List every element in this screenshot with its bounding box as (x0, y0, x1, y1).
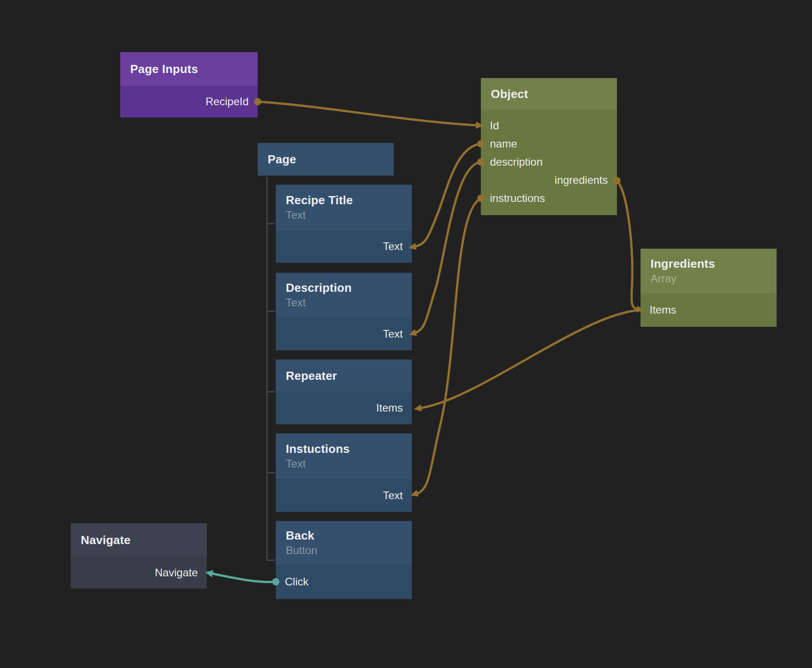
port-row-items[interactable]: Items (276, 392, 412, 424)
node-header: Object (481, 78, 617, 109)
node-graph-canvas[interactable]: Page Inputs RecipeId Page Recipe Title T… (0, 0, 812, 668)
node-repeater[interactable]: Repeater Items (276, 359, 412, 424)
port-row-items[interactable]: Items (641, 293, 777, 327)
node-title: Page Inputs (130, 62, 248, 76)
node-subtitle: Text (286, 209, 402, 221)
port-row-recipeid[interactable]: RecipeId (120, 86, 258, 118)
node-subtitle: Text (286, 457, 402, 470)
port-label: Items (650, 304, 676, 316)
port-row-click[interactable]: Click (276, 564, 412, 599)
node-title: Description (286, 281, 402, 295)
node-page-inputs[interactable]: Page Inputs RecipeId (120, 52, 258, 118)
wire-instructions-to-instuctions-text[interactable] (417, 198, 481, 493)
port-label: instructions (490, 192, 545, 205)
port-label: Text (383, 240, 403, 253)
node-header: Page (258, 143, 394, 176)
port-label: ingredients (555, 174, 608, 187)
node-subtitle: Array (651, 272, 767, 285)
node-title: Navigate (81, 533, 197, 547)
node-header: Back Button (276, 521, 412, 564)
port-row-id[interactable]: Id (481, 117, 617, 135)
node-header: Navigate (71, 523, 207, 556)
wire-click-to-navigate[interactable] (212, 574, 276, 582)
node-title: Instuctions (286, 442, 402, 456)
node-header: Recipe Title Text (276, 185, 412, 230)
port-label: Navigate (155, 566, 198, 579)
port-label: Id (490, 119, 499, 132)
port-row-description[interactable]: description (481, 153, 617, 171)
wire-ingredients-to-ingredients-items[interactable] (617, 181, 637, 309)
node-title: Recipe Title (286, 193, 402, 207)
node-object[interactable]: Object Id name description ingredients i… (481, 78, 617, 215)
node-header: Ingredients Array (641, 249, 777, 293)
node-instuctions[interactable]: Instuctions Text Text (276, 433, 412, 512)
port-label: Items (376, 402, 403, 414)
node-title: Object (491, 87, 607, 101)
node-subtitle: Text (286, 296, 402, 309)
node-subtitle: Button (286, 544, 402, 557)
port-label: Text (383, 489, 403, 502)
port-row-text[interactable]: Text (276, 230, 412, 263)
node-header: Description Text (276, 273, 412, 317)
port-label: Click (285, 575, 308, 588)
node-title: Back (286, 529, 402, 542)
node-back[interactable]: Back Button Click (276, 521, 412, 599)
node-recipe-title[interactable]: Recipe Title Text Text (276, 185, 412, 263)
port-row-text[interactable]: Text (276, 479, 412, 512)
node-title: Repeater (286, 369, 402, 383)
wire-ingredients-items-to-repeater-items[interactable] (421, 310, 641, 408)
node-description[interactable]: Description Text Text (276, 273, 412, 350)
port-row-instructions[interactable]: instructions (481, 189, 617, 207)
node-navigate[interactable]: Navigate Navigate (71, 523, 207, 589)
port-row-name[interactable]: name (481, 135, 617, 153)
port-row-navigate[interactable]: Navigate (71, 556, 207, 589)
port-row-text[interactable]: Text (276, 317, 412, 350)
node-title: Page (268, 152, 384, 166)
port-label: description (490, 156, 543, 168)
wire-description-to-description-text[interactable] (416, 162, 481, 333)
node-ingredients[interactable]: Ingredients Array Items (641, 249, 777, 327)
node-header: Page Inputs (120, 52, 258, 86)
port-label: RecipeId (205, 95, 249, 108)
node-header: Instuctions Text (276, 433, 412, 479)
port-label: Text (383, 328, 403, 340)
node-header: Repeater (276, 359, 412, 392)
port-row-ingredients[interactable]: ingredients (481, 171, 617, 189)
wire-recipeid-to-object-id[interactable] (258, 102, 476, 125)
port-label: name (490, 138, 517, 150)
node-title: Ingredients (651, 257, 767, 270)
wire-name-to-recipe-title-text[interactable] (416, 144, 481, 246)
tree-connector (267, 177, 275, 560)
node-page[interactable]: Page (258, 143, 394, 176)
